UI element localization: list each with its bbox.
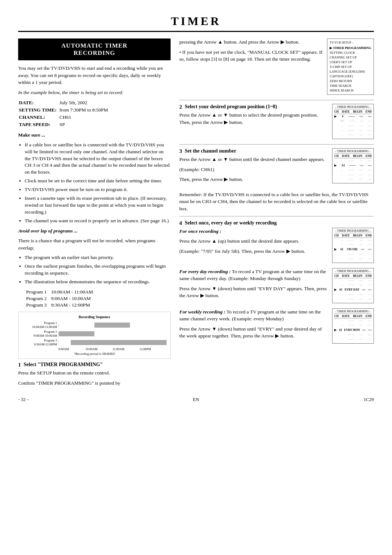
avoid-list: The program with an earlier start has pr…: [25, 254, 171, 285]
chart-axis: 9:00AM 10:00AM 11:00AM 12:00PM: [22, 347, 167, 351]
step1-text2: Confirm "TIMER PROGRAMMING" is pointed b…: [18, 380, 171, 387]
step1-header: 1 Select "TIMER PROGRAMMING": [18, 362, 171, 368]
for-weekly-text: Press the Arrow ▼ (down) button until "E…: [179, 325, 328, 340]
page-title: TIMER: [18, 15, 374, 32]
timer-prog-box-weekly: – TIMER PROGRAMMING – CH DATE BEGIN END …: [332, 308, 374, 344]
for-weekly-block: For weekly recording : To record a TV pr…: [179, 308, 374, 344]
step3-text1: Press the Arrow ▲ or ▼ button until the …: [179, 156, 328, 163]
step3-text2: Then, press the Arrow ▶ button.: [179, 176, 328, 183]
right-column: pressing the Arrow ▲ button. And press t…: [179, 39, 374, 389]
for-everyday-block: For every day recording : To record a TV…: [179, 268, 374, 303]
step2-block: 2 Select your desired program position (…: [179, 104, 374, 139]
intro-text: You may set the TV/DVD/VHS to start and …: [18, 65, 171, 86]
table-row: DATE: July 5th, 2002: [19, 100, 111, 106]
step1-cont-block: pressing the Arrow ▲ button. And press t…: [179, 39, 374, 95]
avoid-heading: Avoid over lap of programs ...: [18, 227, 171, 235]
table-row: Program 3 9:30AM - 12:00PM: [26, 302, 93, 308]
lang-code: EN: [193, 397, 199, 402]
list-item: If a cable box or satellite box is conne…: [25, 142, 171, 176]
timer-prog-box-once: – TIMER PROGRAMMING – CH DATE BEGIN END …: [332, 228, 374, 263]
list-item: The illustration below demonstrates the …: [25, 279, 171, 285]
timer-prog-box-2: – TIMER PROGRAMMING – CH DATE BEGIN END …: [332, 104, 374, 139]
make-sure-heading: Make sure ...: [18, 131, 171, 139]
timer-prog-box-everyday: – TIMER PROGRAMMING – CH DATE BEGIN END …: [332, 268, 374, 303]
recording-chart: Recording Sequence Program 110:00AM-11:0…: [18, 312, 171, 359]
step1-cont: pressing the Arrow ▲ button. And press t…: [179, 39, 323, 46]
example-label: In the example below, the timer is being…: [18, 89, 171, 96]
programs-table: Program 1 10:00AM - 11:00AM Program 2 9:…: [25, 288, 94, 309]
avoid-text: There is a chance that a program will no…: [18, 237, 171, 251]
left-column: AUTOMATIC TIMER RECORDING You may set th…: [18, 39, 171, 389]
step3-block: 3 Set the channel number Press the Arrow…: [179, 148, 374, 186]
list-item: Insert a cassette tape with its erase pr…: [25, 195, 171, 216]
table-row: SETTING TIME: from 7:30PM to 8:50PM: [19, 107, 111, 113]
page-number: - 32 -: [18, 397, 28, 402]
chart-row: Program 29:00AM-10:00AM: [22, 330, 167, 338]
table-row: Program 1 10:00AM - 11:00AM: [26, 289, 93, 295]
step2-text: Press the Arrow ▲ or ▼ button to select …: [179, 112, 328, 126]
table-row: TAPE SPEED: SP: [19, 121, 111, 128]
table-row: CHANNEL: CH61: [19, 114, 111, 121]
chart-row: Program 39:30AM-12:00PM: [22, 339, 167, 347]
table-row: Program 2 9:00AM - 10:00AM: [26, 296, 93, 301]
step4-header: 4 Select once, every day or weekly recor…: [179, 220, 374, 226]
chart-title: Recording Sequence: [22, 315, 167, 319]
version-code: 1C29: [364, 397, 374, 402]
make-sure-list: If a cable box or satellite box is conne…: [25, 142, 171, 224]
chart-footnote: *Recording period is SHADED: [22, 352, 167, 356]
for-once-example: (Example: "7/05" for July 5th). Then, pr…: [179, 248, 328, 255]
example-table: DATE: July 5th, 2002 SETTING TIME: from …: [18, 99, 112, 129]
chart-row: Program 110:00AM-11:00AM: [22, 321, 167, 329]
for-once-heading: For once recording :: [179, 228, 328, 235]
for-everyday-heading: For every day recording : To record a TV…: [179, 268, 328, 282]
timer-prog-box-3: – TIMER PROGRAMMING – CH DATE BEGIN END …: [332, 148, 374, 183]
section-heading: AUTOMATIC TIMER RECORDING: [18, 39, 171, 60]
list-item: The channel you want to record is proper…: [25, 218, 171, 224]
tv-vcr-menu-box: TV/VCR SETUP – TIMER PROGRAMMING SETTING…: [327, 39, 374, 95]
step3-example: (Example: CH61): [179, 166, 328, 173]
step1-text1: Press the SETUP button on the remote con…: [18, 369, 171, 377]
list-item: The program with an earlier start has pr…: [25, 254, 171, 261]
page-footer: - 32 - EN 1C29: [18, 397, 374, 402]
clock-note-intro: • If you have not yet set the clock, "MA…: [179, 49, 323, 63]
for-weekly-heading: For weekly recording : To record a TV pr…: [179, 308, 328, 323]
for-everyday-text: Press the Arrow ▼ (down) button until "E…: [179, 285, 328, 299]
step3-remember: Remember: If the TV/DVD/VHS is connected…: [179, 191, 374, 212]
list-item: Clock must be set to the correct time an…: [25, 178, 171, 185]
for-once-text1: Press the Arrow ▲ (up) button until the …: [179, 238, 328, 245]
for-once-block: For once recording : Press the Arrow ▲ (…: [179, 228, 374, 263]
list-item: TV/DVD/VHS power must be turn on to prog…: [25, 186, 171, 193]
list-item: Once the earliest program finishes, the …: [25, 263, 171, 277]
